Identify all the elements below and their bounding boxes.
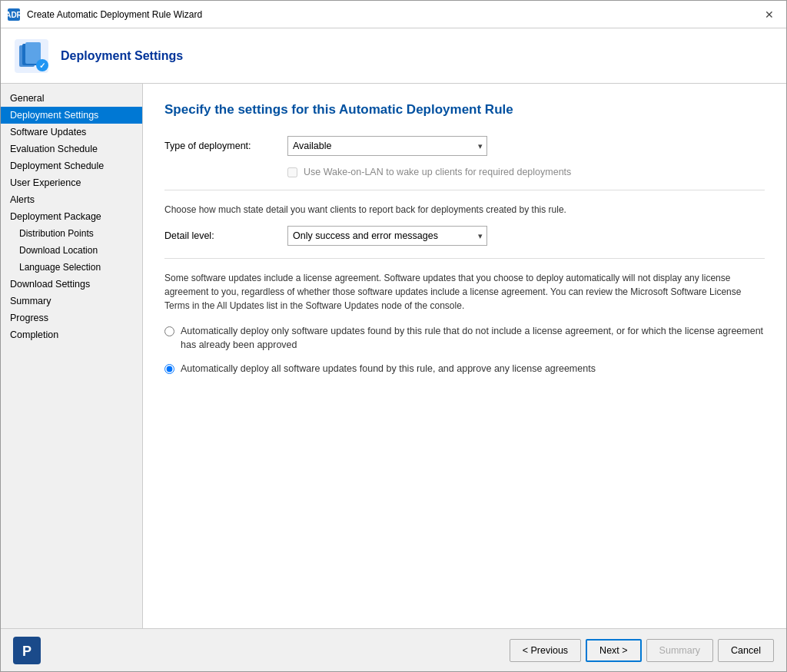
footer-logo: P — [13, 637, 41, 664]
detail-section-text: Choose how much state detail you want cl… — [164, 203, 765, 217]
radio-row-2: Automatically deploy all software update… — [164, 362, 765, 376]
summary-button[interactable]: Summary — [646, 639, 713, 662]
deployment-type-label: Type of deployment: — [164, 141, 287, 151]
radio-row-1: Automatically deploy only software updat… — [164, 325, 765, 352]
sidebar-item-distribution-points[interactable]: Distribution Points — [1, 225, 142, 242]
main-content: General Deployment Settings Software Upd… — [1, 84, 786, 628]
license-radio-group: Automatically deploy only software updat… — [164, 325, 765, 376]
sidebar-item-language-selection[interactable]: Language Selection — [1, 259, 142, 276]
header-section: ✓ Deployment Settings — [1, 28, 786, 84]
svg-text:P: P — [22, 644, 32, 659]
sidebar-item-general[interactable]: General — [1, 90, 142, 107]
deployment-type-row: Type of deployment: Available Required — [164, 136, 765, 156]
page-title: Specify the settings for this Automatic … — [164, 102, 765, 118]
detail-level-select[interactable]: Only success and error messages All mess… — [287, 226, 487, 246]
close-button[interactable]: ✕ — [759, 4, 780, 25]
title-bar: ADR Create Automatic Deployment Rule Wiz… — [1, 1, 786, 28]
sidebar-item-user-experience[interactable]: User Experience — [1, 174, 142, 191]
radio-label-2: Automatically deploy all software update… — [181, 362, 596, 376]
sidebar-item-download-location[interactable]: Download Location — [1, 242, 142, 259]
sidebar-item-deployment-schedule[interactable]: Deployment Schedule — [1, 157, 142, 174]
license-info-text: Some software updates include a license … — [164, 271, 765, 313]
svg-text:ADR: ADR — [7, 11, 21, 19]
footer: P < Previous Next > Summary Cancel — [1, 628, 786, 671]
sidebar-item-alerts[interactable]: Alerts — [1, 191, 142, 208]
header-title: Deployment Settings — [61, 49, 183, 63]
divider-1 — [164, 190, 765, 190]
sidebar-item-progress[interactable]: Progress — [1, 310, 142, 326]
detail-level-select-wrapper: Only success and error messages All mess… — [287, 226, 487, 246]
sidebar-item-summary[interactable]: Summary — [1, 293, 142, 310]
radio-option1[interactable] — [164, 326, 174, 336]
sidebar-item-deployment-settings[interactable]: Deployment Settings — [1, 107, 142, 124]
deployment-type-select[interactable]: Available Required — [287, 136, 487, 156]
sidebar-item-deployment-package[interactable]: Deployment Package — [1, 208, 142, 225]
deployment-type-select-wrapper: Available Required — [287, 136, 487, 156]
previous-button[interactable]: < Previous — [510, 639, 581, 662]
detail-level-label: Detail level: — [164, 230, 287, 241]
sidebar-item-download-settings[interactable]: Download Settings — [1, 276, 142, 293]
sidebar-item-completion[interactable]: Completion — [1, 326, 142, 343]
cancel-button[interactable]: Cancel — [718, 639, 774, 662]
svg-text:✓: ✓ — [39, 61, 45, 70]
next-button[interactable]: Next > — [586, 639, 641, 662]
sidebar-item-software-updates[interactable]: Software Updates — [1, 124, 142, 141]
radio-option2[interactable] — [164, 364, 174, 374]
wizard-window: ADR Create Automatic Deployment Rule Wiz… — [0, 0, 787, 672]
wake-on-lan-row: Use Wake-on-LAN to wake up clients for r… — [164, 167, 765, 177]
detail-level-row: Detail level: Only success and error mes… — [164, 226, 765, 246]
wake-on-lan-checkbox[interactable] — [287, 167, 297, 177]
header-icon: ✓ — [13, 38, 50, 74]
divider-2 — [164, 258, 765, 259]
content-area: Specify the settings for this Automatic … — [143, 84, 786, 628]
title-bar-left: ADR Create Automatic Deployment Rule Wiz… — [7, 8, 202, 22]
radio-label-1: Automatically deploy only software updat… — [181, 325, 765, 352]
sidebar-item-evaluation-schedule[interactable]: Evaluation Schedule — [1, 141, 142, 157]
wake-on-lan-label: Use Wake-on-LAN to wake up clients for r… — [304, 167, 571, 177]
window-title: Create Automatic Deployment Rule Wizard — [27, 9, 202, 20]
app-title-icon: ADR — [7, 8, 21, 22]
footer-buttons: < Previous Next > Summary Cancel — [510, 639, 774, 662]
sidebar: General Deployment Settings Software Upd… — [1, 84, 143, 628]
